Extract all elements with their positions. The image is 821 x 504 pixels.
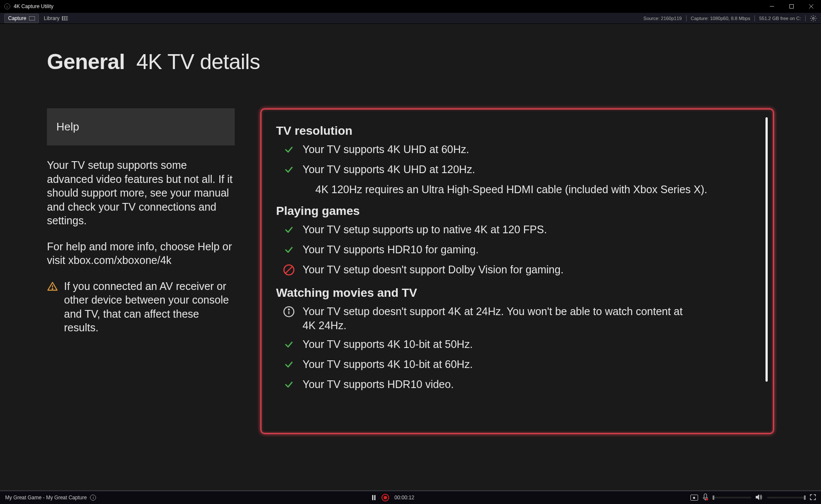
window-title: 4K Capture Utility (14, 3, 53, 9)
help-label: Help (56, 120, 79, 133)
info-icon (283, 306, 295, 322)
library-tab-icon (62, 16, 68, 20)
capture-title[interactable]: My Great Game - My Great Capture (5, 495, 87, 501)
close-button[interactable] (801, 0, 821, 13)
bottom-right-controls (690, 493, 816, 502)
speaker-button[interactable] (755, 494, 763, 502)
check-icon (283, 379, 295, 393)
item-text: Your TV setup doesn't support 4K at 24Hz… (303, 304, 687, 333)
recording-controls: 00:00:12 (372, 494, 414, 501)
capture-title-group: My Great Game - My Great Capture i (5, 495, 96, 501)
detail-item: Your TV supports 4K 10-bit at 50Hz. (276, 335, 760, 355)
capture-tab-icon (29, 16, 35, 20)
output-volume-slider[interactable] (767, 497, 806, 498)
check-icon (283, 224, 295, 238)
tab-capture[interactable]: Capture (4, 14, 39, 23)
left-column: Help Your TV setup supports some advance… (47, 108, 235, 434)
toolbar-status: Source: 2160p119 Capture: 1080p60, 8.8 M… (643, 15, 817, 22)
section-playing-games: Playing games (276, 204, 760, 218)
detail-item: Your TV supports 4K 10-bit at 60Hz. (276, 355, 760, 375)
minimize-button[interactable] (762, 0, 782, 13)
window-titlebar: c 4K Capture Utility (0, 0, 821, 13)
item-subnote: 4K 120Hz requires an Ultra High-Speed HD… (276, 180, 760, 200)
right-column: TV resolution Your TV supports 4K UHD at… (260, 108, 774, 434)
page-heading: General 4K TV details (47, 49, 774, 74)
check-icon (283, 164, 295, 178)
info-icon[interactable]: i (90, 495, 96, 501)
detail-item: Your TV supports 4K UHD at 120Hz. (276, 160, 760, 180)
content-row: Help Your TV setup supports some advance… (47, 108, 774, 434)
titlebar-left: c 4K Capture Utility (4, 3, 53, 9)
svg-marker-15 (756, 494, 759, 500)
warning-icon (47, 281, 58, 335)
mic-volume-slider[interactable] (713, 497, 751, 498)
item-text: Your TV setup doesn't support Dolby Visi… (303, 263, 564, 277)
tab-library[interactable]: Library (41, 14, 72, 23)
panel-scrollbar[interactable] (766, 117, 768, 382)
svg-point-11 (288, 309, 289, 310)
check-icon (283, 359, 295, 373)
svg-point-14 (706, 498, 708, 500)
snapshot-button[interactable] (690, 495, 698, 501)
heading-section: General (47, 50, 125, 74)
window-controls (762, 0, 821, 13)
svg-rect-12 (704, 494, 707, 498)
fullscreen-button[interactable] (810, 494, 816, 501)
warning-note: If you connected an AV receiver or other… (47, 279, 235, 335)
item-text: Your TV supports 4K 10-bit at 60Hz. (303, 357, 473, 372)
recording-timer: 00:00:12 (394, 495, 414, 501)
check-icon (283, 244, 295, 258)
disk-info: 551.2 GB free on C: (759, 16, 801, 21)
toolbar-tabs: Capture Library (4, 14, 71, 23)
separator (805, 15, 806, 21)
tab-library-label: Library (44, 15, 60, 21)
separator (754, 15, 755, 21)
detail-item: Your TV supports HDR10 for gaming. (276, 240, 760, 261)
section-tv-resolution: TV resolution (276, 124, 760, 138)
settings-button[interactable] (810, 15, 817, 22)
bottom-bar: My Great Game - My Great Capture i 00:00… (0, 491, 821, 504)
detail-item: Your TV supports HDR10 video. (276, 375, 760, 395)
svg-point-6 (52, 288, 53, 289)
item-text: Your TV supports 4K 10-bit at 50Hz. (303, 337, 473, 352)
svg-line-8 (285, 266, 292, 273)
record-button[interactable] (381, 494, 389, 501)
mic-button[interactable] (702, 493, 708, 502)
tv-details-panel[interactable]: TV resolution Your TV supports 4K UHD at… (260, 108, 774, 434)
warning-text: If you connected an AV receiver or other… (64, 279, 235, 335)
capture-info: Capture: 1080p60, 8.8 Mbps (691, 16, 750, 21)
heading-subtitle: 4K TV details (137, 50, 260, 74)
pause-button[interactable] (372, 495, 376, 500)
svg-point-4 (812, 17, 814, 19)
check-icon (283, 339, 295, 353)
maximize-button[interactable] (782, 0, 801, 13)
item-text: Your TV supports HDR10 for gaming. (303, 243, 479, 257)
source-info: Source: 2160p119 (643, 16, 682, 21)
section-watching-movies: Watching movies and TV (276, 286, 760, 300)
item-text: Your TV supports HDR10 video. (303, 377, 454, 392)
separator (686, 15, 687, 21)
item-text: Your TV supports 4K UHD at 120Hz. (303, 162, 475, 177)
svg-rect-1 (790, 5, 794, 9)
check-icon (283, 144, 295, 158)
detail-item: Your TV setup supports up to native 4K a… (276, 220, 760, 240)
item-text: Your TV setup supports up to native 4K a… (303, 223, 547, 237)
app-icon: c (4, 3, 10, 9)
prohibit-icon (283, 264, 295, 280)
detail-item: Your TV supports 4K UHD at 60Hz. (276, 140, 760, 160)
tab-capture-label: Capture (8, 15, 26, 21)
detail-item: Your TV setup doesn't support Dolby Visi… (276, 261, 760, 282)
support-summary-text: Your TV setup supports some advanced vid… (47, 158, 235, 228)
xbox-settings-screen: General 4K TV details Help Your TV setup… (0, 24, 821, 443)
item-text: Your TV supports 4K UHD at 60Hz. (303, 142, 469, 157)
toolbar: Capture Library Source: 2160p119 Capture… (0, 13, 821, 24)
detail-item: Your TV setup doesn't support 4K at 24Hz… (276, 302, 760, 336)
help-button[interactable]: Help (47, 108, 235, 145)
capture-preview: General 4K TV details Help Your TV setup… (0, 24, 821, 490)
help-link-text: For help and more info, choose Help or v… (47, 240, 235, 267)
